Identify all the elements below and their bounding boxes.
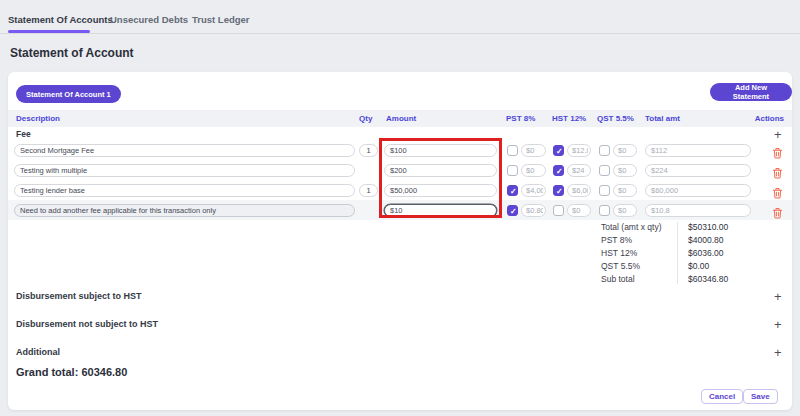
statement-of-accounts-screen: Statement Of Accounts Unsecured Debts Tr… [0,0,800,416]
totals-row: Sub total $60346.80 [601,274,781,286]
pst-checkbox[interactable] [507,185,518,196]
hst-amount-input[interactable] [567,204,591,217]
add-disbursement-subject-hst-icon[interactable]: + [774,291,782,302]
pst-checkbox[interactable] [507,165,518,176]
add-disbursement-not-subject-hst-icon[interactable]: + [774,319,782,330]
qty-input[interactable] [359,144,378,157]
add-new-statement-button[interactable]: Add New Statement [710,83,792,101]
column-header-qst: QST 5.5% [597,114,634,123]
delete-row-icon[interactable] [772,205,783,217]
cancel-button[interactable]: Cancel [701,389,743,404]
save-button[interactable]: Save [743,389,778,404]
column-header-description: Description [16,114,60,123]
description-input[interactable] [14,204,355,217]
tab-trust-ledger[interactable]: Trust Ledger [192,14,250,25]
delete-row-icon[interactable] [772,145,783,157]
section-disbursement-subject-hst: Disbursement subject to HST [16,291,142,301]
totals-row: Total (amt x qty) $50310.00 [601,222,781,234]
hst-amount-input[interactable] [567,184,591,197]
qst-amount-input[interactable] [613,184,637,197]
table-row [8,184,792,198]
section-disbursement-not-subject-hst: Disbursement not subject to HST [16,319,158,329]
totals-label: PST 8% [601,235,632,245]
hst-checkbox[interactable] [553,145,564,156]
description-input[interactable] [14,144,355,157]
totals-label: Total (amt x qty) [601,222,661,232]
table-row [8,204,792,218]
totals-value: $4000.80 [688,235,723,245]
hst-amount-input[interactable] [567,164,591,177]
page-title: Statement of Account [10,46,134,60]
qst-checkbox[interactable] [599,205,610,216]
pst-amount-input[interactable] [521,184,546,197]
tab-statement-of-accounts[interactable]: Statement Of Accounts [8,14,113,25]
totals-label: HST 12% [601,248,637,258]
column-header-hst: HST 12% [552,114,586,123]
total-amount-input[interactable] [645,164,751,177]
column-header-amount: Amount [386,114,416,123]
pst-amount-input[interactable] [521,204,546,217]
hst-checkbox[interactable] [553,165,564,176]
totals-value: $0.00 [688,261,709,271]
qst-amount-input[interactable] [613,144,637,157]
amount-input[interactable] [384,204,497,217]
grand-total: Grand total: 60346.80 [16,366,127,378]
fee-section-label: Fee [16,129,31,139]
add-additional-icon[interactable]: + [774,347,782,358]
pst-amount-input[interactable] [521,164,546,177]
totals-value: $60346.80 [688,274,728,284]
totals-row: HST 12% $6036.00 [601,248,781,260]
hst-amount-input[interactable] [567,144,591,157]
totals-label: Sub total [601,274,635,284]
table-header-row: Description Qty Amount PST 8% HST 12% QS… [8,110,792,127]
description-input[interactable] [14,184,355,197]
qst-amount-input[interactable] [613,164,637,177]
statement-of-account-1-button[interactable]: Statement Of Account 1 [16,85,121,103]
qst-checkbox[interactable] [599,185,610,196]
total-amount-input[interactable] [645,184,751,197]
delete-row-icon[interactable] [772,185,783,197]
description-input[interactable] [14,164,355,177]
column-header-actions: Actions [755,114,784,123]
statement-card: Statement Of Account 1 Add New Statement… [8,72,792,410]
amount-input[interactable] [384,184,497,197]
column-header-qty: Qty [359,114,372,123]
grand-total-label: Grand total: [16,366,78,378]
add-fee-icon[interactable]: + [774,129,782,140]
amount-input[interactable] [384,144,497,157]
grand-total-value: 60346.80 [81,366,127,378]
total-amount-input[interactable] [645,204,751,217]
pst-checkbox[interactable] [507,145,518,156]
qst-amount-input[interactable] [613,204,637,217]
table-row [8,144,792,158]
column-header-pst: PST 8% [506,114,535,123]
section-additional: Additional [16,347,60,357]
qst-checkbox[interactable] [599,145,610,156]
delete-row-icon[interactable] [772,165,783,177]
totals-row: QST 5.5% $0.00 [601,261,781,273]
pst-amount-input[interactable] [521,144,546,157]
total-amount-input[interactable] [645,144,751,157]
hst-checkbox[interactable] [553,185,564,196]
pst-checkbox[interactable] [507,205,518,216]
qty-input[interactable] [359,184,378,197]
table-row [8,164,792,178]
qst-checkbox[interactable] [599,165,610,176]
amount-input[interactable] [384,164,497,177]
totals-row: PST 8% $4000.80 [601,235,781,247]
totals-value: $6036.00 [688,248,723,258]
column-header-total-amt: Total amt [645,114,680,123]
totals-value: $50310.00 [688,222,728,232]
tab-divider [0,33,800,34]
totals-label: QST 5.5% [601,261,640,271]
hst-checkbox[interactable] [553,205,564,216]
tab-unsecured-debts[interactable]: Unsecured Debts [110,14,188,25]
